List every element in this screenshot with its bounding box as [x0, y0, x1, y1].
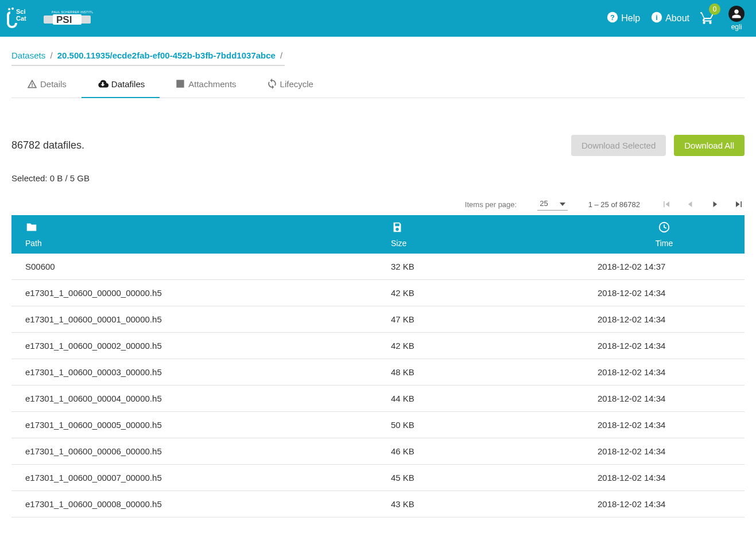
datafiles-table: Path Size Time: [11, 215, 745, 517]
table-row[interactable]: e17301_1_00600_00003_00000.h548 KB2018-1…: [11, 359, 745, 386]
last-page-button[interactable]: [733, 199, 745, 210]
next-page-button[interactable]: [709, 199, 720, 210]
about-link[interactable]: i About: [650, 11, 689, 26]
cell-path: e17301_1_00600_00004_00000.h5: [11, 386, 377, 412]
cell-path: e17301_1_00600_00006_00000.h5: [11, 438, 377, 465]
cell-path: e17301_1_00600_00001_00000.h5: [11, 306, 377, 333]
table-row[interactable]: e17301_1_00600_00004_00000.h544 KB2018-1…: [11, 386, 745, 412]
download-all-button[interactable]: Download All: [674, 135, 745, 156]
first-page-button[interactable]: [661, 199, 672, 210]
help-icon: ?: [606, 11, 619, 26]
cell-path: S00600: [11, 254, 377, 280]
breadcrumb-current[interactable]: 20.500.11935/ecde2fab-ef00-452b-b3fb-7bd…: [57, 50, 276, 60]
cell-path: e17301_1_00600_00008_00000.h5: [11, 491, 377, 517]
cloud-download-icon: [96, 77, 109, 90]
help-link[interactable]: ? Help: [606, 11, 640, 26]
tab-label: Datafiles: [111, 79, 145, 89]
about-label: About: [665, 13, 689, 24]
breadcrumb: Datasets / 20.500.11935/ecde2fab-ef00-45…: [11, 50, 285, 66]
svg-point-3: [11, 7, 14, 10]
svg-text:PAUL SCHERRER INSTITUT: PAUL SCHERRER INSTITUT: [52, 10, 93, 14]
tab-lifecycle[interactable]: Lifecycle: [251, 69, 328, 98]
image-icon: [175, 78, 186, 90]
tab-datafiles[interactable]: Datafiles: [82, 69, 160, 98]
table-row[interactable]: e17301_1_00600_00006_00000.h546 KB2018-1…: [11, 438, 745, 465]
breadcrumb-root[interactable]: Datasets: [11, 50, 45, 60]
table-header-label: Size: [391, 239, 406, 248]
cell-time: 2018-12-02 14:34: [584, 438, 745, 465]
cart-button[interactable]: 0: [700, 10, 715, 27]
cell-size: 48 KB: [377, 359, 584, 386]
svg-text:Cat: Cat: [16, 15, 26, 22]
table-header-time[interactable]: Time: [584, 215, 745, 254]
items-per-page-label: Items per page:: [465, 200, 517, 209]
svg-text:?: ?: [610, 13, 615, 22]
save-icon: [391, 221, 404, 235]
cell-path: e17301_1_00600_00007_00000.h5: [11, 465, 377, 491]
svg-text:Sci: Sci: [16, 8, 26, 15]
cell-path: e17301_1_00600_00005_00000.h5: [11, 412, 377, 438]
items-per-page-value: 25: [540, 199, 548, 208]
selected-size-text: Selected: 0 B / 5 GB: [11, 173, 745, 183]
folder-icon: [25, 221, 38, 235]
tab-details[interactable]: Details: [11, 69, 82, 98]
clock-icon: [658, 221, 670, 235]
breadcrumb-separator: /: [48, 50, 55, 60]
page-range: 1 – 25 of 86782: [588, 200, 640, 209]
cell-time: 2018-12-02 14:34: [584, 359, 745, 386]
cell-time: 2018-12-02 14:37: [584, 254, 745, 280]
cell-size: 47 KB: [377, 306, 584, 333]
svg-text:PSI: PSI: [56, 14, 72, 25]
cell-path: e17301_1_00600_00003_00000.h5: [11, 359, 377, 386]
cell-path: e17301_1_00600_00000_00000.h5: [11, 280, 377, 306]
cell-size: 42 KB: [377, 280, 584, 306]
tab-label: Details: [40, 79, 67, 89]
cell-time: 2018-12-02 14:34: [584, 306, 745, 333]
username: egli: [731, 23, 742, 31]
cell-time: 2018-12-02 14:34: [584, 386, 745, 412]
prev-page-button[interactable]: [685, 199, 696, 210]
cell-size: 42 KB: [377, 333, 584, 359]
cell-size: 50 KB: [377, 412, 584, 438]
tab-label: Lifecycle: [280, 79, 313, 89]
table-row[interactable]: e17301_1_00600_00000_00000.h542 KB2018-1…: [11, 280, 745, 306]
cell-size: 45 KB: [377, 465, 584, 491]
cell-path: e17301_1_00600_00002_00000.h5: [11, 333, 377, 359]
psi-logo[interactable]: PAUL SCHERRER INSTITUT PSI: [44, 9, 93, 28]
avatar: [728, 6, 745, 22]
app-header: Sci Cat PAUL SCHERRER INSTITUT PSI: [0, 0, 756, 37]
table-row[interactable]: e17301_1_00600_00007_00000.h545 KB2018-1…: [11, 465, 745, 491]
items-per-page-select[interactable]: 25: [537, 198, 567, 211]
scicat-logo[interactable]: Sci Cat: [6, 7, 36, 30]
table-row[interactable]: e17301_1_00600_00002_00000.h542 KB2018-1…: [11, 333, 745, 359]
datafile-count: 86782 datafiles.: [11, 139, 84, 151]
breadcrumb-separator: /: [278, 50, 285, 60]
table-row[interactable]: S0060032 KB2018-12-02 14:37: [11, 254, 745, 280]
sync-icon: [266, 78, 278, 90]
tab-attachments[interactable]: Attachments: [160, 69, 251, 98]
svg-point-2: [8, 8, 10, 10]
table-header-size[interactable]: Size: [377, 215, 584, 254]
chevron-down-icon: [560, 199, 565, 208]
warning-triangle-icon: [26, 78, 38, 90]
table-header-path[interactable]: Path: [11, 215, 377, 254]
cell-size: 32 KB: [377, 254, 584, 280]
table-row[interactable]: e17301_1_00600_00008_00000.h543 KB2018-1…: [11, 491, 745, 517]
table-row[interactable]: e17301_1_00600_00001_00000.h547 KB2018-1…: [11, 306, 745, 333]
table-header-label: Path: [25, 239, 42, 248]
cell-size: 44 KB: [377, 386, 584, 412]
cell-time: 2018-12-02 14:34: [584, 412, 745, 438]
logo-group: Sci Cat PAUL SCHERRER INSTITUT PSI: [6, 7, 93, 30]
header-actions: ? Help i About 0 egli: [606, 6, 745, 31]
download-selected-button[interactable]: Download Selected: [571, 135, 666, 156]
user-menu[interactable]: egli: [728, 6, 745, 31]
cell-size: 43 KB: [377, 491, 584, 517]
cell-size: 46 KB: [377, 438, 584, 465]
table-row[interactable]: e17301_1_00600_00005_00000.h550 KB2018-1…: [11, 412, 745, 438]
table-header-label: Time: [656, 239, 673, 248]
svg-rect-5: [44, 15, 54, 24]
cell-time: 2018-12-02 14:34: [584, 333, 745, 359]
tab-label: Attachments: [188, 79, 236, 89]
svg-rect-6: [80, 15, 91, 24]
cell-time: 2018-12-02 14:34: [584, 491, 745, 517]
